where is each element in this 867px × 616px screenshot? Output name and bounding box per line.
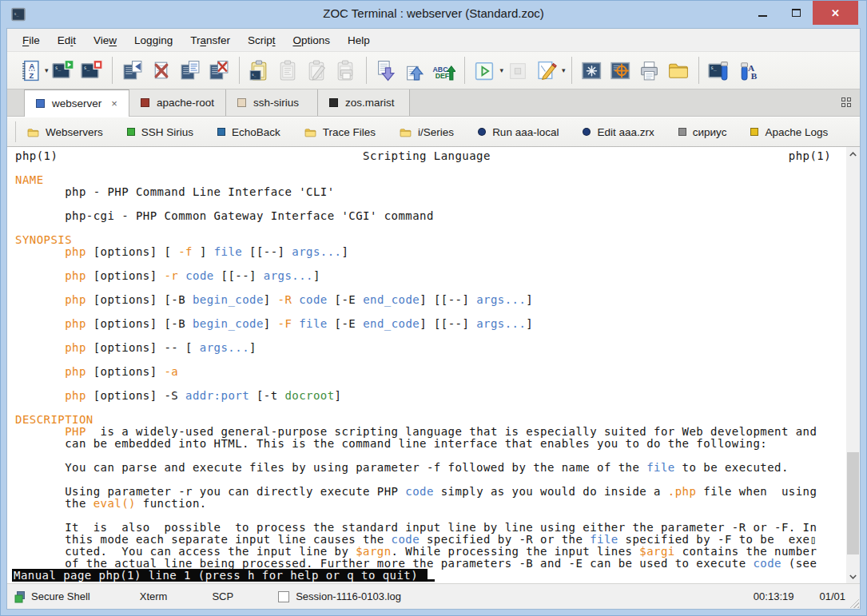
minimize-button[interactable] xyxy=(746,1,779,25)
quick-button-label: Apache Logs xyxy=(765,126,828,138)
script-edit-icon[interactable] xyxy=(533,56,560,85)
charset-test-icon[interactable]: AB xyxy=(734,56,762,85)
status-emulation[interactable]: Xterm xyxy=(140,590,168,602)
status-protocol[interactable]: SCP xyxy=(212,590,233,602)
quick-button-bar: WebserversSSH SiriusEchoBackTrace Filesi… xyxy=(7,117,860,147)
quick-button-i-series[interactable]: i/Series xyxy=(400,126,454,138)
quick-button-edit-aaa-zrx[interactable]: Edit aaa.zrx xyxy=(583,126,654,138)
quick-button-webservers[interactable]: Webservers xyxy=(27,126,103,138)
scrollbar-thumb[interactable] xyxy=(847,452,859,554)
file-upload-icon[interactable] xyxy=(402,56,429,85)
session-color-icon xyxy=(141,98,149,107)
capture-delete-icon[interactable] xyxy=(148,56,175,85)
tab-strip: webserver×apache-rootssh-siriuszos.maris… xyxy=(7,89,410,116)
scrollbar-up-icon[interactable] xyxy=(846,147,860,161)
menu-item-view[interactable]: View xyxy=(85,32,125,49)
script-run-icon[interactable] xyxy=(471,56,499,85)
quick-button-echoback[interactable]: EchoBack xyxy=(217,126,280,138)
terminal-line xyxy=(15,510,846,522)
dropdown-caret-icon[interactable]: ▾ xyxy=(500,66,504,74)
svg-text:A: A xyxy=(29,62,34,70)
terminal-line xyxy=(15,474,846,486)
quick-button-apache-logs[interactable]: Apache Logs xyxy=(750,126,828,138)
dropdown-caret-icon[interactable]: ▾ xyxy=(45,66,49,74)
menubar: FileEditViewLoggingTransferScriptOptions… xyxy=(7,29,860,51)
terminal-line: the eval() function. xyxy=(15,498,846,510)
quickbar-separator xyxy=(15,121,16,142)
menu-item-transfer[interactable]: Transfer xyxy=(181,32,239,49)
quick-button-trace-files[interactable]: Trace Files xyxy=(304,126,376,138)
toolbar-separator xyxy=(571,57,572,84)
menu-item-logging[interactable]: Logging xyxy=(125,32,181,49)
session-square-icon xyxy=(750,128,758,136)
tab-apache-root[interactable]: apache-root xyxy=(129,89,226,116)
terminal-start-icon[interactable]: s_ xyxy=(50,56,77,85)
quick-button-run-aaa-local[interactable]: Run aaa-local xyxy=(478,126,559,138)
terminal-line: php(1) Scripting Language php(1) xyxy=(15,150,846,162)
menu-item-file[interactable]: File xyxy=(14,32,49,49)
terminal-line xyxy=(15,354,846,366)
close-button[interactable]: ✕ xyxy=(813,1,858,25)
quick-button-сириус[interactable]: сириус xyxy=(678,126,727,138)
titlebar[interactable]: s_ ZOC Terminal : webserver (Standard.zo… xyxy=(1,1,866,28)
host-target-icon[interactable] xyxy=(607,56,634,85)
terminal-line xyxy=(15,282,846,294)
quick-button-ssh-sirius[interactable]: SSH Sirius xyxy=(127,126,193,138)
menu-item-script[interactable]: Script xyxy=(239,32,284,49)
toolbar-separator xyxy=(112,57,113,84)
status-log: Session-1116-0103.log xyxy=(278,590,401,602)
terminal-line xyxy=(15,258,846,270)
terminal-stop-icon[interactable]: s_ xyxy=(78,56,105,85)
session-test-icon[interactable]: s_ xyxy=(706,56,733,85)
scrollbar[interactable] xyxy=(846,147,860,583)
secure-shell-icon xyxy=(14,590,26,603)
scrollbar-down-icon[interactable] xyxy=(846,570,860,583)
address-book-icon[interactable]: AZ xyxy=(16,56,43,85)
log-checkbox[interactable] xyxy=(278,591,289,602)
terminal-line: SYNOPSIS xyxy=(15,234,846,246)
menu-item-edit[interactable]: Edit xyxy=(49,32,85,49)
quick-button-label: Edit aaa.zrx xyxy=(597,126,654,138)
maximize-button[interactable] xyxy=(779,1,813,25)
tab-ssh-sirius[interactable]: ssh-sirius xyxy=(226,89,318,116)
maximize-icon xyxy=(792,9,801,17)
broadcast-icon[interactable] xyxy=(579,56,606,85)
toolbar-separator xyxy=(366,57,367,84)
quick-button-label: EchoBack xyxy=(232,126,280,138)
terminal-area: php(1) Scripting Language php(1) NAME ph… xyxy=(7,147,860,583)
status-pages: 01/01 xyxy=(819,590,845,602)
terminal-line: cuted. You can access the input line by … xyxy=(15,546,846,558)
clipboard-paste-icon[interactable]: s_ xyxy=(246,56,273,85)
svg-text:B: B xyxy=(751,71,758,81)
terminal-line: NAME xyxy=(15,174,846,186)
session-color-icon xyxy=(36,99,45,108)
capture-clear-icon[interactable] xyxy=(205,56,233,85)
close-icon: ✕ xyxy=(831,7,840,19)
menu-item-options[interactable]: Options xyxy=(284,32,339,49)
status-connection: Secure Shell xyxy=(14,590,90,603)
svg-text:s_: s_ xyxy=(710,65,717,71)
toolbar-separator xyxy=(464,57,465,84)
tab-overview-icon[interactable] xyxy=(841,97,853,109)
tab-label: ssh-sirius xyxy=(253,97,299,109)
tab-webserver[interactable]: webserver× xyxy=(24,89,129,117)
file-download-icon[interactable] xyxy=(373,56,400,85)
quick-button-label: i/Series xyxy=(418,126,454,138)
terminal-line: php [options] -r code [[--] args...] xyxy=(15,270,846,282)
ascii-upload-icon[interactable]: ABCDEF xyxy=(431,56,458,85)
folder-icon[interactable] xyxy=(665,56,692,85)
status-time: 00:13:19 xyxy=(754,590,794,602)
resize-grip[interactable] xyxy=(849,598,859,608)
svg-text:s_: s_ xyxy=(84,65,90,71)
terminal-line: It is also possible to process the stand… xyxy=(15,522,846,534)
quick-button-label: SSH Sirius xyxy=(141,126,193,138)
capture-to-file-icon[interactable] xyxy=(119,56,146,85)
terminal-screen[interactable]: php(1) Scripting Language php(1) NAME ph… xyxy=(7,147,846,583)
print-screen-icon[interactable] xyxy=(636,56,663,85)
menu-item-help[interactable]: Help xyxy=(339,32,379,49)
terminal-line: php [options] [-B begin_code] -R code [-… xyxy=(15,294,846,306)
capture-view-icon[interactable] xyxy=(177,56,204,85)
tab-close-icon[interactable]: × xyxy=(111,98,117,109)
dropdown-caret-icon[interactable]: ▾ xyxy=(562,66,566,74)
tab-zos.marist[interactable]: zos.marist xyxy=(318,89,410,116)
